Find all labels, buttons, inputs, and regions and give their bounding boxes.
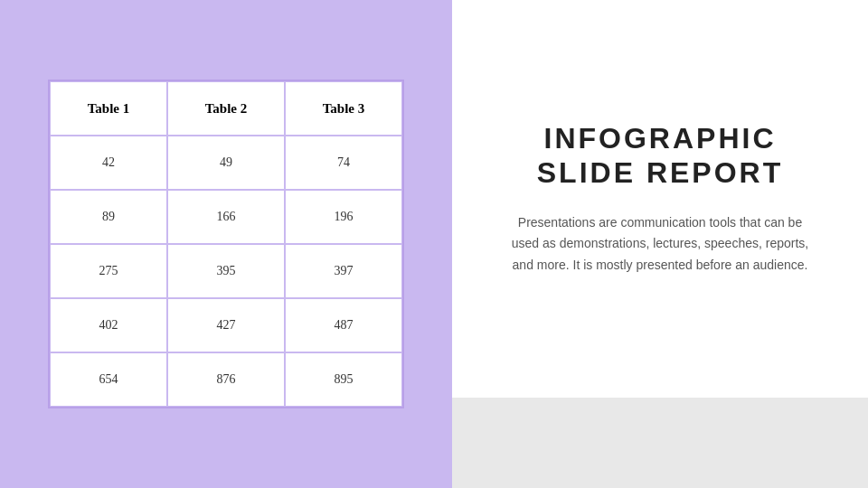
right-top-section: INFOGRAPHIC SLIDE REPORT Presentations a… (452, 0, 868, 398)
table-row: 402 (50, 298, 167, 352)
table-row: 275 (50, 244, 167, 298)
col-header-3: Table 3 (285, 81, 402, 136)
table-row: 895 (285, 352, 402, 407)
table-grid: Table 1 Table 2 Table 3 42 49 74 89 166 … (50, 81, 402, 407)
table-row: 654 (50, 352, 167, 407)
right-panel: INFOGRAPHIC SLIDE REPORT Presentations a… (452, 0, 868, 488)
table-row: 74 (285, 136, 402, 190)
title-block: INFOGRAPHIC SLIDE REPORT (537, 121, 783, 191)
table-row: 89 (50, 190, 167, 244)
table-row: 49 (167, 136, 285, 190)
page-title-line2: SLIDE REPORT (537, 155, 783, 190)
table-row: 42 (50, 136, 167, 190)
table-row: 397 (285, 244, 402, 298)
left-panel: Table 1 Table 2 Table 3 42 49 74 89 166 … (0, 0, 452, 488)
col-header-2: Table 2 (167, 81, 285, 136)
table-row: 196 (285, 190, 402, 244)
table-row: 876 (167, 352, 285, 407)
table-row: 395 (167, 244, 285, 298)
table-row: 427 (167, 298, 285, 352)
right-bottom-section (452, 398, 868, 488)
table-row: 487 (285, 298, 402, 352)
description-text: Presentations are communication tools th… (506, 212, 814, 277)
data-table: Table 1 Table 2 Table 3 42 49 74 89 166 … (48, 80, 404, 408)
table-row: 166 (167, 190, 285, 244)
col-header-1: Table 1 (50, 81, 167, 136)
page-title-line1: INFOGRAPHIC (537, 121, 783, 155)
